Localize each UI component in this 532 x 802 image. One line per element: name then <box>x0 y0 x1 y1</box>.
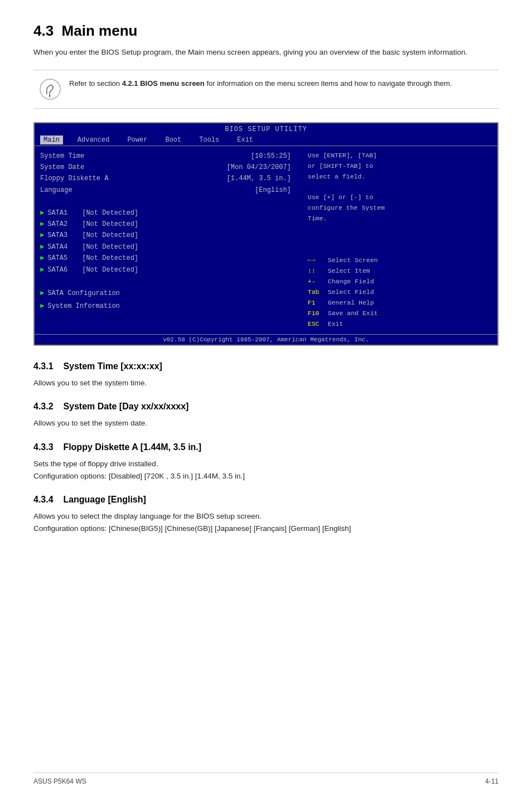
bios-menu-exit[interactable]: Exit <box>234 136 257 144</box>
note-icon <box>39 78 61 100</box>
note-text: Refer to section 4.2.1 BIOS menu screen … <box>69 78 452 90</box>
bios-row-language: Language [English] <box>40 185 302 196</box>
note-text-after: for information on the menu screen items… <box>205 79 452 88</box>
subsection-432: 4.3.2 System Date [Day xx/xx/xxxx] Allow… <box>33 402 499 429</box>
subsection-433-title: 4.3.3 Floppy Diskette A [1.44M, 3.5 in.] <box>33 442 499 453</box>
bios-sata6: ► SATA6 [Not Detected] <box>40 264 302 276</box>
footer-right: 4-11 <box>485 777 499 785</box>
bios-help-text: Use [ENTER], [TAB] or [SHIFT-TAB] to sel… <box>308 151 492 225</box>
note-text-before: Refer to section <box>69 79 122 88</box>
bios-menu-advanced[interactable]: Advanced <box>74 136 113 144</box>
bios-right-panel: Use [ENTER], [TAB] or [SHIFT-TAB] to sel… <box>302 151 492 330</box>
bios-sata1: ► SATA1 [Not Detected] <box>40 207 302 219</box>
subsection-434-text: Allows you to select the display languag… <box>33 510 499 535</box>
subsection-433-text: Sets the type of floppy drive installed.… <box>33 458 499 483</box>
section-title-text: Main menu <box>62 22 138 39</box>
bios-key-bindings: ←→ Select Screen ↕↕ Select Item +- Chang… <box>308 255 492 330</box>
bios-key-change-field: +- Change Field <box>308 277 492 287</box>
bios-sata4: ► SATA4 [Not Detected] <box>40 241 302 253</box>
subsection-433: 4.3.3 Floppy Diskette A [1.44M, 3.5 in.]… <box>33 442 499 483</box>
bios-key-screen: ←→ Select Screen <box>308 255 492 266</box>
bios-sata2: ► SATA2 [Not Detected] <box>40 219 302 230</box>
section-title: 4.3 Main menu <box>33 22 499 40</box>
bios-system-info: ► System Information <box>40 301 302 312</box>
bios-footer: v02.58 (C)Copyright 1985-2007, American … <box>35 334 497 345</box>
bios-left-panel: System Time [10:55:25] System Date [Mon … <box>40 151 302 330</box>
subsection-432-text: Allows you to set the system date. <box>33 417 499 429</box>
bios-key-f1: F1 General Help <box>308 298 492 308</box>
footer-left: ASUS P5K64 WS <box>33 777 86 785</box>
bios-row-system-time: System Time [10:55:25] <box>40 151 302 162</box>
bios-key-f10: F10 Save and Exit <box>308 308 492 319</box>
bios-sata-config: ► SATA Configuration <box>40 288 302 299</box>
note-box: Refer to section 4.2.1 BIOS menu screen … <box>33 70 499 109</box>
page-footer: ASUS P5K64 WS 4-11 <box>33 772 499 785</box>
subsection-431-text: Allows you to set the system time. <box>33 377 499 389</box>
subsection-434: 4.3.4 Language [English] Allows you to s… <box>33 495 499 535</box>
bios-key-esc: ESC Exit <box>308 319 492 330</box>
bios-title: BIOS SETUP UTILITY <box>225 125 307 133</box>
bios-key-item: ↕↕ Select Item <box>308 266 492 277</box>
bios-key-tab: Tab Select Field <box>308 287 492 298</box>
bios-menu-tools[interactable]: Tools <box>196 136 223 144</box>
bios-sata3: ► SATA3 [Not Detected] <box>40 230 302 241</box>
bios-body: System Time [10:55:25] System Date [Mon … <box>35 146 497 335</box>
subsection-434-title: 4.3.4 Language [English] <box>33 495 499 506</box>
bios-screen: BIOS SETUP UTILITY Main Advanced Power B… <box>33 122 499 346</box>
bios-sata5: ► SATA5 [Not Detected] <box>40 253 302 264</box>
note-text-bold: 4.2.1 BIOS menu screen <box>122 79 205 88</box>
section-header: 4.3 Main menu When you enter the BIOS Se… <box>33 22 499 59</box>
subsection-431-title: 4.3.1 System Time [xx:xx:xx] <box>33 361 499 373</box>
bios-menu-main[interactable]: Main <box>40 136 63 144</box>
bios-row-system-date: System Date [Mon 04/23/2007] <box>40 162 302 173</box>
section-number: 4.3 <box>33 22 54 39</box>
intro-paragraph: When you enter the BIOS Setup program, t… <box>33 46 499 59</box>
bios-title-bar: BIOS SETUP UTILITY <box>35 123 497 134</box>
bios-row-floppy: Floppy Diskette A [1.44M, 3.5 in.] <box>40 173 302 184</box>
subsection-431: 4.3.1 System Time [xx:xx:xx] Allows you … <box>33 361 499 389</box>
bios-menu-boot[interactable]: Boot <box>162 136 185 144</box>
subsection-432-title: 4.3.2 System Date [Day xx/xx/xxxx] <box>33 402 499 413</box>
bios-menu-bar: Main Advanced Power Boot Tools Exit <box>35 134 497 146</box>
bios-menu-power[interactable]: Power <box>124 136 151 144</box>
